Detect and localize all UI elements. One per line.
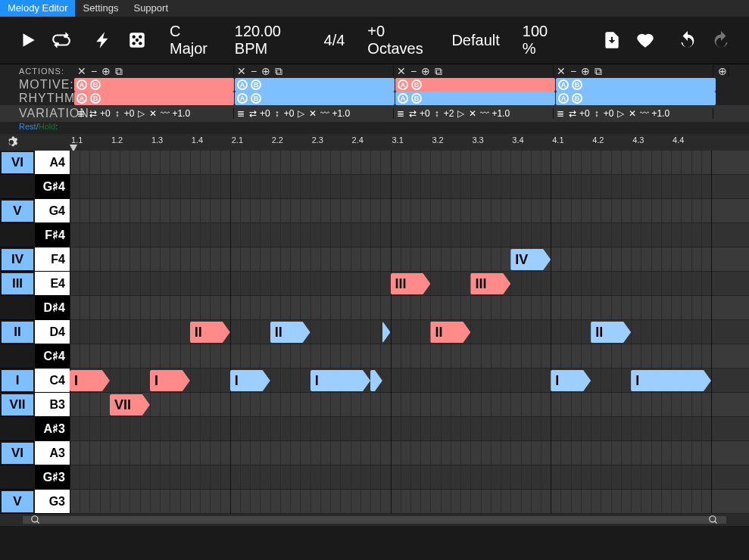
note-block[interactable]: VII	[110, 394, 150, 415]
duplicate-segment-icon[interactable]: ⧉	[595, 66, 602, 76]
zoom-out-icon[interactable]	[30, 515, 41, 525]
chip-a[interactable]: A	[558, 79, 569, 90]
note-block[interactable]: II	[591, 322, 631, 343]
key-row-F4[interactable]: IVF4	[0, 247, 70, 272]
motive-segment-0[interactable]: AB	[74, 78, 234, 92]
key-row-F♯4[interactable]: F♯4	[0, 223, 70, 247]
octave-selector[interactable]: +0 Octaves	[367, 23, 429, 58]
key-row-C♯4[interactable]: C♯4	[0, 344, 70, 369]
preset-selector[interactable]: Default	[451, 32, 499, 49]
zoom-in-icon[interactable]	[708, 515, 719, 525]
chip-a[interactable]: A	[76, 79, 87, 90]
chip-a[interactable]: A	[237, 93, 248, 104]
chip-a[interactable]: A	[237, 79, 248, 90]
note-block[interactable]: I	[70, 370, 110, 391]
note-grid[interactable]: IVIIIIIIIIIIIIIIIIIIIIVII	[70, 151, 749, 514]
collapse-segment-icon[interactable]: −	[91, 66, 97, 76]
menu-support[interactable]: Support	[126, 0, 176, 17]
note-block[interactable]: IV	[510, 249, 551, 270]
chip-b[interactable]: B	[90, 93, 101, 104]
key-row-G♯4[interactable]: G♯4	[0, 175, 70, 199]
rhythm-segment-2[interactable]: AB	[395, 92, 555, 105]
delete-segment-icon[interactable]: ✕	[557, 66, 566, 76]
menu-settings[interactable]: Settings	[75, 0, 126, 17]
note-block[interactable]: II	[190, 322, 230, 343]
chip-a[interactable]: A	[398, 79, 408, 90]
timesig-selector[interactable]: 4/4	[324, 32, 345, 49]
note-block[interactable]: I	[631, 370, 711, 391]
chip-b[interactable]: B	[411, 79, 422, 90]
note-block[interactable]: I	[551, 370, 591, 391]
chip-b[interactable]: B	[572, 79, 582, 90]
delete-segment-icon[interactable]: ✕	[237, 66, 246, 76]
rhythm-segment-3[interactable]: AB	[556, 92, 716, 105]
key-row-B3[interactable]: VIIB3	[0, 393, 70, 417]
motive-segment-1[interactable]: AB	[235, 78, 395, 92]
note-block[interactable]: II	[270, 322, 311, 343]
key-row-C4[interactable]: IC4	[0, 369, 70, 393]
chip-a[interactable]: A	[76, 93, 87, 104]
note-block[interactable]: III	[470, 273, 510, 294]
rhythm-segment-0[interactable]: AB	[74, 92, 234, 105]
add-segment-icon[interactable]: ⊕	[421, 66, 430, 76]
variation-segment-1[interactable]: ≣⇄+0 ↕+0 ▷✕〰+1.0	[234, 108, 394, 119]
timeline-ruler[interactable]: 1.11.21.31.42.12.22.32.43.13.23.33.44.14…	[70, 134, 749, 151]
note-block[interactable]: I	[311, 370, 370, 391]
key-row-D♯4[interactable]: D♯4	[0, 296, 70, 320]
chip-b[interactable]: B	[572, 93, 582, 104]
note-block[interactable]: II	[430, 322, 470, 343]
add-segment-icon[interactable]: ⊕	[581, 66, 590, 76]
undo-icon[interactable]	[678, 30, 698, 50]
duplicate-segment-icon[interactable]: ⧉	[115, 66, 123, 76]
note-block[interactable]: I	[230, 370, 270, 391]
bolt-icon[interactable]	[94, 30, 114, 50]
variation-segment-3[interactable]: ≣⇄+0 ↕+0 ▷✕〰+1.0	[554, 108, 713, 119]
menu-melody-editor[interactable]: Melody Editor	[0, 0, 75, 17]
chip-b[interactable]: B	[411, 93, 422, 104]
duplicate-segment-icon[interactable]: ⧉	[435, 66, 442, 76]
chip-a[interactable]: A	[558, 93, 569, 104]
motive-segment-3[interactable]: AB	[556, 78, 716, 92]
actions-label: Actions:	[0, 67, 74, 76]
horizontal-scrollbar[interactable]	[0, 514, 749, 526]
key-row-A4[interactable]: VIA4	[0, 151, 70, 175]
add-segment-icon[interactable]: ⊕	[261, 66, 270, 76]
zoom-value[interactable]: 100 %	[523, 23, 557, 58]
note-block[interactable]: III	[391, 273, 431, 294]
settings-icon[interactable]	[5, 135, 18, 149]
loop-icon[interactable]	[51, 30, 71, 50]
chip-b[interactable]: B	[251, 79, 261, 90]
duplicate-segment-icon[interactable]: ⧉	[275, 66, 282, 76]
key-row-A3[interactable]: VIA3	[0, 441, 70, 465]
bpm-selector[interactable]: 120.00 BPM	[235, 23, 301, 58]
variation-segment-0[interactable]: ≣⇄+0 ↕+0 ▷✕〰+1.0	[74, 108, 234, 119]
chip-b[interactable]: B	[90, 79, 101, 90]
chip-a[interactable]: A	[398, 93, 408, 104]
delete-segment-icon[interactable]: ✕	[77, 66, 86, 76]
key-selector[interactable]: C Major	[170, 23, 212, 58]
dice-icon[interactable]	[127, 30, 147, 50]
add-segment-icon[interactable]: ⊕	[718, 66, 727, 76]
hold-label: Hold	[39, 122, 56, 131]
motive-segment-2[interactable]: AB	[395, 78, 555, 92]
key-row-G4[interactable]: VG4	[0, 199, 70, 223]
key-row-D4[interactable]: IID4	[0, 320, 70, 344]
redo-icon[interactable]	[711, 30, 731, 50]
key-row-E4[interactable]: IIIE4	[0, 272, 70, 296]
export-icon[interactable]	[602, 30, 622, 50]
add-segment-icon[interactable]: ⊕	[101, 66, 111, 76]
variation-segment-2[interactable]: ≣⇄+0 ↕+2 ▷✕〰+1.0	[394, 108, 554, 119]
rhythm-segment-1[interactable]: AB	[235, 92, 395, 105]
key-row-G♯3[interactable]: G♯3	[0, 465, 70, 490]
collapse-segment-icon[interactable]: −	[570, 66, 576, 76]
heart-icon[interactable]	[635, 30, 655, 50]
note-block[interactable]: I	[150, 370, 190, 391]
key-row-G3[interactable]: VG3	[0, 490, 70, 514]
key-row-A♯3[interactable]: A♯3	[0, 417, 70, 441]
collapse-segment-icon[interactable]: −	[410, 66, 417, 76]
collapse-segment-icon[interactable]: −	[251, 66, 257, 76]
scrollbar-track[interactable]	[23, 516, 726, 524]
play-icon[interactable]	[18, 30, 38, 50]
chip-b[interactable]: B	[251, 93, 261, 104]
delete-segment-icon[interactable]: ✕	[397, 66, 406, 76]
